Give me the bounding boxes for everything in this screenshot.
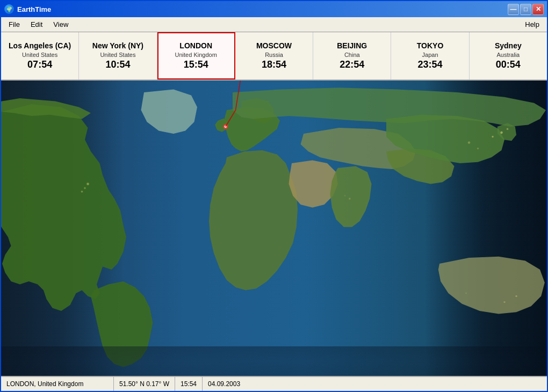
- clock-cell-moscow[interactable]: MOSCOWRussia18:54: [235, 32, 313, 79]
- minimize-button[interactable]: —: [508, 4, 519, 15]
- world-map: [1, 81, 547, 376]
- svg-point-2: [86, 183, 89, 185]
- maximize-button[interactable]: □: [520, 4, 531, 15]
- status-time: 15:54: [175, 377, 203, 391]
- city-time: 23:54: [418, 59, 443, 70]
- svg-point-3: [84, 187, 85, 189]
- menu-edit[interactable]: Edit: [25, 18, 48, 31]
- clock-cell-new-york--ny-[interactable]: New York (NY)United States10:54: [79, 32, 157, 79]
- city-country: Japan: [422, 52, 438, 58]
- city-country: United States: [100, 52, 135, 58]
- clock-cell-beijing[interactable]: BEIJINGChina22:54: [313, 32, 391, 79]
- city-time: 07:54: [27, 59, 52, 70]
- status-coordinates: 51.50° N 0.17° W: [114, 377, 175, 391]
- city-time: 18:54: [262, 59, 286, 70]
- status-date: 04.09.2003: [203, 377, 246, 391]
- clocks-bar: Los Angeles (CA)United States07:54New Yo…: [1, 32, 547, 81]
- clock-cell-london[interactable]: LONDONUnited Kingdom15:54: [157, 32, 235, 79]
- svg-point-6: [492, 136, 493, 137]
- clock-cell-tokyo[interactable]: TOKYOJapan23:54: [391, 32, 469, 79]
- svg-point-10: [515, 295, 517, 297]
- city-name: New York (NY): [92, 41, 143, 50]
- menu-bar: File Edit View Help: [1, 17, 547, 32]
- clock-cell-sydney[interactable]: SydneyAustralia00:54: [470, 32, 547, 79]
- city-time: 00:54: [496, 59, 521, 70]
- app-window: 🌍 EarthTime — □ ✕ File Edit View Help Lo…: [0, 0, 548, 392]
- city-name: MOSCOW: [256, 41, 292, 50]
- svg-point-4: [81, 191, 83, 192]
- city-time: 10:54: [105, 59, 130, 70]
- city-country: United Kingdom: [175, 52, 217, 58]
- city-country: Russia: [265, 52, 283, 58]
- map-area[interactable]: [1, 81, 547, 376]
- svg-point-13: [349, 198, 350, 199]
- status-bar: LONDON, United Kingdom 51.50° N 0.17° W …: [1, 376, 547, 391]
- svg-point-14: [344, 195, 345, 196]
- city-country: Australia: [496, 52, 520, 58]
- svg-point-5: [500, 132, 502, 134]
- city-name: BEIJING: [337, 41, 367, 50]
- svg-point-12: [465, 293, 466, 294]
- menu-view[interactable]: View: [48, 18, 74, 31]
- app-icon: 🌍: [4, 4, 14, 14]
- city-name: Sydney: [495, 41, 522, 50]
- city-time: 15:54: [184, 59, 208, 70]
- app-title: EarthTime: [17, 5, 508, 13]
- city-name: LONDON: [179, 41, 212, 50]
- menu-file[interactable]: File: [3, 18, 25, 31]
- svg-point-9: [477, 148, 479, 149]
- city-country: United States: [22, 52, 57, 58]
- city-name: Los Angeles (CA): [9, 41, 71, 50]
- city-time: 22:54: [340, 59, 364, 70]
- close-button[interactable]: ✕: [532, 4, 544, 15]
- svg-point-7: [507, 128, 508, 130]
- window-controls: — □ ✕: [508, 4, 544, 15]
- city-country: China: [344, 52, 360, 58]
- status-location: LONDON, United Kingdom: [6, 377, 114, 391]
- svg-rect-19: [1, 346, 547, 376]
- city-name: TOKYO: [417, 41, 444, 50]
- svg-point-11: [503, 301, 505, 303]
- svg-point-8: [468, 141, 470, 143]
- menu-help[interactable]: Help: [520, 18, 545, 31]
- title-bar: 🌍 EarthTime — □ ✕: [1, 1, 547, 17]
- clock-cell-los-angeles--ca-[interactable]: Los Angeles (CA)United States07:54: [1, 32, 79, 79]
